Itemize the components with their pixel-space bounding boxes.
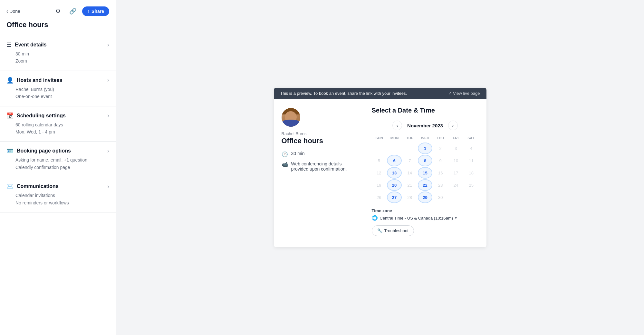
calendar-day xyxy=(464,192,479,203)
avatar-shoulders xyxy=(282,120,300,127)
section-header-left: ☰Event details xyxy=(6,41,47,48)
right-panel: This is a preview. To book an event, sha… xyxy=(116,0,644,335)
chevron-right-icon: › xyxy=(107,42,109,48)
available-date[interactable]: 6 xyxy=(387,155,402,166)
calendar-grid: SUNMONTUEWEDTHUFRISAT 123456789101112131… xyxy=(372,135,479,203)
section-header-left: 📅Scheduling settings xyxy=(6,112,66,119)
calendar-day: 21 xyxy=(402,179,417,191)
calendar-day xyxy=(448,192,463,203)
troubleshoot-label: Troubleshoot xyxy=(384,228,409,233)
section-details-communications: Calendar invitationsNo reminders or work… xyxy=(6,192,109,206)
section-icon-booking-page-options: 🪪 xyxy=(6,147,14,154)
day-headers: SUNMONTUEWEDTHUFRISAT xyxy=(372,135,479,141)
link-button[interactable]: 🔗 xyxy=(67,6,78,17)
calendar-header: ‹ November 2023 › xyxy=(372,121,479,130)
preview-right: Select a Date & Time ‹ November 2023 › S… xyxy=(364,99,486,247)
day-header: SAT xyxy=(463,135,478,141)
section-booking-page-options: 🪪Booking page options›Asking for name, e… xyxy=(0,142,116,177)
section-detail-line: One-on-one event xyxy=(15,93,109,100)
section-title-scheduling-settings: Scheduling settings xyxy=(17,113,66,119)
section-hosts-invitees: 👤Hosts and invitees›Rachel Burns (you)On… xyxy=(0,71,116,106)
host-name: Rachel Burns xyxy=(282,131,356,136)
preview-banner: This is a preview. To book an event, sha… xyxy=(274,88,486,99)
chevron-down-icon: ▾ xyxy=(455,216,457,220)
section-header-left: 👤Hosts and invitees xyxy=(6,77,62,84)
calendar-day: 30 xyxy=(433,192,448,203)
day-header: THU xyxy=(433,135,448,141)
section-detail-line: Rachel Burns (you) xyxy=(15,86,109,93)
avatar-face xyxy=(282,108,300,127)
calendar-day: 25 xyxy=(464,179,479,191)
available-date[interactable]: 1 xyxy=(418,143,433,154)
section-header-left: 🪪Booking page options xyxy=(6,147,71,154)
section-title-booking-page-options: Booking page options xyxy=(17,148,71,154)
prev-month-button[interactable]: ‹ xyxy=(392,121,402,130)
left-panel: ‹ Done ⚙ 🔗 ↑ Share Office hours ☰Event d… xyxy=(0,0,116,335)
share-label: Share xyxy=(91,9,104,14)
section-header-communications[interactable]: ✉️Communications› xyxy=(6,183,109,190)
timezone-section: Time zone 🌐 Central Time - US & Canada (… xyxy=(372,208,479,221)
gear-icon: ⚙ xyxy=(55,8,61,15)
available-date[interactable]: 22 xyxy=(418,179,433,191)
section-title-event-details: Event details xyxy=(15,42,47,48)
available-date[interactable]: 13 xyxy=(387,167,402,179)
globe-icon: 🌐 xyxy=(372,215,378,221)
section-communications: ✉️Communications›Calendar invitationsNo … xyxy=(0,177,116,212)
duration-label: 30 min xyxy=(291,151,305,156)
day-header: SUN xyxy=(372,135,387,141)
settings-button[interactable]: ⚙ xyxy=(53,6,63,17)
external-link-icon: ↗ xyxy=(448,91,452,96)
view-live-button[interactable]: ↗ View live page xyxy=(448,91,480,96)
section-header-event-details[interactable]: ☰Event details› xyxy=(6,41,109,48)
day-header: FRI xyxy=(448,135,463,141)
section-header-booking-page-options[interactable]: 🪪Booking page options› xyxy=(6,147,109,154)
event-meta: 🕐 30 min 📹 Web conferencing details prov… xyxy=(282,151,356,172)
section-details-booking-page-options: Asking for name, email, +1 questionCalen… xyxy=(6,156,109,171)
calendar-day xyxy=(387,143,402,154)
calendar-week: 19202122232425 xyxy=(372,179,479,191)
top-bar-icons: ⚙ 🔗 ↑ Share xyxy=(53,6,109,17)
day-header: TUE xyxy=(402,135,417,141)
share-button[interactable]: ↑ Share xyxy=(82,6,109,16)
calendar-day: 28 xyxy=(402,192,417,203)
banner-text: This is a preview. To book an event, sha… xyxy=(280,91,407,96)
video-icon: 📹 xyxy=(282,162,288,168)
back-link[interactable]: ‹ Done xyxy=(6,8,20,14)
section-header-scheduling-settings[interactable]: 📅Scheduling settings› xyxy=(6,112,109,119)
calendar-day: 10 xyxy=(448,155,463,166)
section-detail-line: 30 min xyxy=(15,50,109,57)
preview-container: This is a preview. To book an event, sha… xyxy=(274,88,486,247)
available-date[interactable]: 8 xyxy=(418,155,433,166)
share-icon: ↑ xyxy=(87,9,90,14)
available-date[interactable]: 15 xyxy=(418,167,433,179)
section-detail-line: 60 rolling calendar days xyxy=(15,121,109,128)
timezone-row[interactable]: 🌐 Central Time - US & Canada (10:16am) ▾ xyxy=(372,215,479,221)
section-icon-hosts-invitees: 👤 xyxy=(6,77,14,84)
available-date[interactable]: 27 xyxy=(387,192,402,203)
next-month-button[interactable]: › xyxy=(448,121,458,130)
calendar-week: 567891011 xyxy=(372,155,479,166)
available-date[interactable]: 20 xyxy=(387,179,402,191)
calendar: ‹ November 2023 › SUNMONTUEWEDTHUFRISAT … xyxy=(372,121,479,203)
calendar-month: November 2023 xyxy=(407,123,443,128)
day-header: MON xyxy=(387,135,402,141)
calendar-day xyxy=(402,143,417,154)
chevron-right-icon: › xyxy=(107,183,109,190)
section-event-details: ☰Event details›30 minZoom xyxy=(0,35,116,71)
calendar-day: 24 xyxy=(448,179,463,191)
calendar-day: 5 xyxy=(372,155,387,166)
clock-icon: 🕐 xyxy=(282,151,288,157)
calendar-day: 16 xyxy=(433,167,448,179)
available-date[interactable]: 29 xyxy=(418,192,433,203)
event-title-preview: Office hours xyxy=(282,137,356,145)
conferencing-label: Web conferencing details provided upon c… xyxy=(291,161,356,172)
section-detail-line: No reminders or workflows xyxy=(15,199,109,206)
troubleshoot-button[interactable]: 🔧 Troubleshoot xyxy=(372,225,414,236)
calendar-week: 2627282930 xyxy=(372,192,479,203)
preview-body: Rachel Burns Office hours 🕐 30 min 📹 Web… xyxy=(274,99,486,247)
section-icon-communications: ✉️ xyxy=(6,183,14,190)
calendar-day: 26 xyxy=(372,192,387,203)
section-header-hosts-invitees[interactable]: 👤Hosts and invitees› xyxy=(6,77,109,84)
view-live-label: View live page xyxy=(453,91,480,96)
calendar-day: 12 xyxy=(372,167,387,179)
